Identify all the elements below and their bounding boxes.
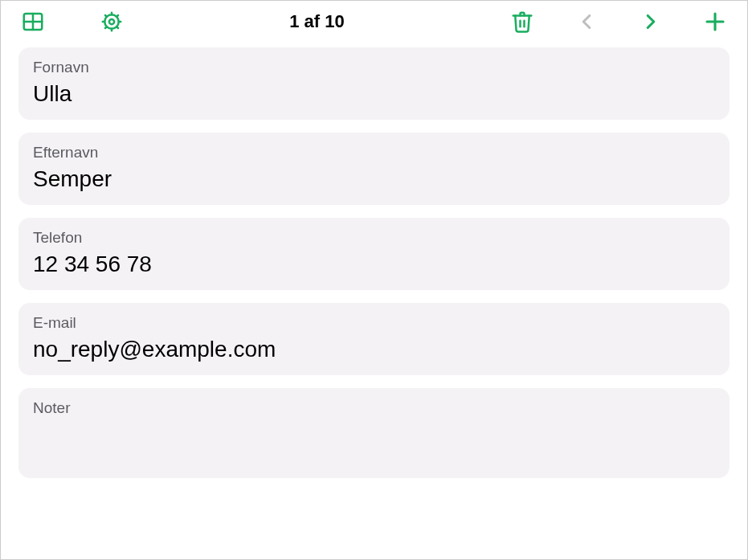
field-label: Noter (33, 399, 715, 417)
field-value: no_reply@example.com (33, 337, 715, 362)
field-value: 12 34 56 78 (33, 251, 715, 277)
toolbar-right (508, 7, 730, 36)
field-label: Fornavn (33, 59, 715, 76)
plus-icon (703, 10, 727, 34)
svg-line-10 (116, 27, 118, 28)
toolbar: 1 af 10 (1, 1, 747, 39)
field-label: Efternavn (33, 144, 715, 161)
next-record-button[interactable] (636, 7, 665, 36)
field-value (33, 422, 715, 448)
table-icon (21, 10, 45, 34)
svg-line-12 (116, 15, 118, 17)
svg-point-4 (109, 19, 114, 24)
settings-button[interactable] (97, 7, 126, 36)
form-content: Fornavn Ulla Efternavn Semper Telefon 12… (1, 39, 747, 486)
table-view-button[interactable] (18, 7, 47, 36)
field-email[interactable]: E-mail no_reply@example.com (18, 303, 730, 375)
delete-button[interactable] (508, 7, 537, 36)
chevron-left-icon (574, 10, 599, 34)
field-noter[interactable]: Noter (18, 388, 730, 478)
svg-line-9 (105, 15, 107, 17)
field-value: Ulla (33, 81, 715, 107)
field-efternavn[interactable]: Efternavn Semper (18, 133, 730, 205)
add-record-button[interactable] (701, 7, 730, 36)
record-counter: 1 af 10 (136, 11, 498, 32)
field-label: Telefon (33, 229, 715, 247)
svg-line-11 (105, 27, 107, 28)
field-value: Semper (33, 166, 715, 192)
previous-record-button (572, 7, 601, 36)
trash-icon (510, 10, 534, 34)
field-telefon[interactable]: Telefon 12 34 56 78 (18, 218, 730, 290)
chevron-right-icon (639, 10, 663, 34)
field-fornavn[interactable]: Fornavn Ulla (18, 47, 730, 120)
toolbar-left (18, 7, 126, 36)
gear-icon (100, 10, 124, 34)
field-label: E-mail (33, 314, 715, 332)
